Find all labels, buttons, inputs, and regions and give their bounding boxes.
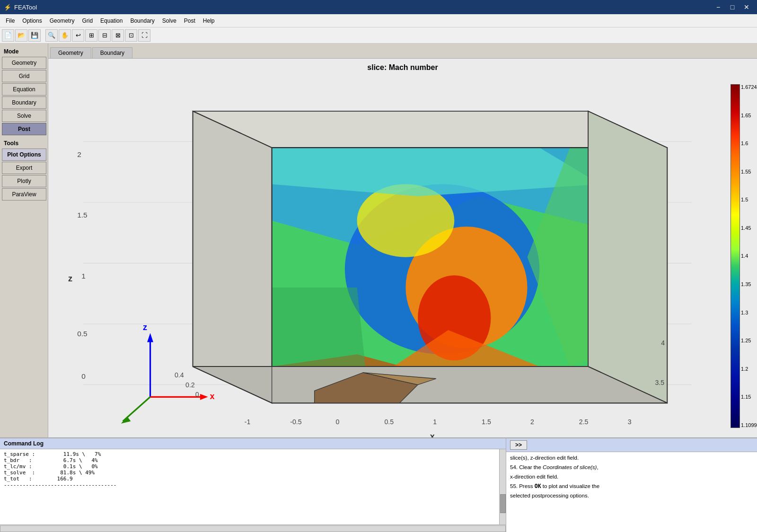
colorbar-val-8: 1.3 [741, 310, 757, 315]
right-line-4: x-direction edit field. [510, 473, 753, 480]
log-line-2: t_bdr : 6.7s \ 4% [4, 457, 502, 463]
svg-text:1.5: 1.5 [482, 418, 491, 426]
right-line-7: selected postprocessing options. [510, 492, 753, 499]
fullscreen-button[interactable]: ⛶ [138, 29, 150, 42]
log-scroll-thumb[interactable] [500, 494, 506, 513]
colorbar-max: 1.6724 [741, 84, 757, 90]
menu-item-solve[interactable]: Solve [158, 16, 180, 26]
svg-text:0: 0 [195, 391, 199, 398]
mode-tabs: Geometry Boundary [48, 44, 757, 59]
new-button[interactable]: 📄 [2, 29, 14, 42]
sidebar: Mode Geometry Grid Equation Boundary Sol… [0, 44, 48, 437]
sidebar-item-solve[interactable]: Solve [2, 110, 46, 122]
colorbar-val-3: 1.55 [741, 169, 757, 174]
plot-svg: z x 2 1.5 1 0.5 0 z [48, 75, 757, 437]
svg-text:1: 1 [433, 418, 437, 426]
svg-text:-1: -1 [245, 418, 251, 426]
colorbar-min: 1.1099 [741, 422, 757, 428]
menubar: FileOptionsGeometryGridEquationBoundaryS… [0, 14, 757, 27]
sidebar-item-equation[interactable]: Equation [2, 83, 46, 96]
colorbar-val-10: 1.2 [741, 366, 757, 372]
app-icon: ⚡ [4, 4, 11, 11]
svg-text:0.5: 0.5 [384, 418, 394, 426]
menu-item-file[interactable]: File [2, 16, 18, 26]
right-panel-header: >> [506, 438, 757, 452]
zoom-in-button[interactable]: ⊞ [85, 29, 97, 42]
sidebar-item-plot-options[interactable]: Plot Options [2, 148, 46, 161]
svg-text:4: 4 [661, 339, 665, 347]
menu-item-help[interactable]: Help [199, 16, 219, 26]
tab-geometry[interactable]: Geometry [50, 47, 91, 58]
svg-text:0: 0 [336, 418, 340, 426]
svg-text:2.5: 2.5 [579, 418, 589, 426]
colorbar-val-7: 1.35 [741, 281, 757, 287]
right-line-3: 54. Clear the Coordinates of slice(s), [510, 463, 753, 471]
svg-text:x: x [430, 432, 435, 437]
app-title: FEATool [14, 4, 37, 11]
colorbar-labels: 1.6724 1.65 1.6 1.55 1.5 1.45 1.4 1.35 1… [741, 84, 757, 428]
save-button[interactable]: 💾 [28, 29, 41, 42]
zoom-out-button[interactable]: ⊟ [98, 29, 111, 42]
svg-text:2: 2 [77, 150, 81, 158]
titlebar: ⚡ FEATool − □ ✕ [0, 0, 757, 14]
menu-item-geometry[interactable]: Geometry [46, 16, 79, 26]
menu-item-boundary[interactable]: Boundary [126, 16, 158, 26]
maximize-button[interactable]: □ [726, 2, 739, 12]
pan-button[interactable]: ✋ [59, 29, 71, 42]
menu-item-options[interactable]: Options [18, 16, 45, 26]
svg-text:1: 1 [81, 272, 86, 280]
log-line-3: t_lc/mv : 0.1s \ 0% [4, 463, 502, 470]
log-line-4: t_solve : 81.8s \ 49% [4, 470, 502, 476]
colorbar-val-6: 1.4 [741, 253, 757, 259]
svg-text:3: 3 [628, 418, 632, 426]
svg-text:1.5: 1.5 [77, 211, 87, 219]
menu-item-grid[interactable]: Grid [78, 16, 97, 26]
sidebar-item-post[interactable]: Post [2, 123, 46, 135]
svg-text:0.2: 0.2 [185, 381, 195, 389]
right-line-1: slice(s), z-direction edit field. [510, 454, 753, 462]
minimize-button[interactable]: − [712, 2, 725, 12]
zoom-button[interactable]: 🔍 [45, 29, 58, 42]
svg-text:0.5: 0.5 [77, 330, 87, 338]
log-line-1: t_sparse : 11.9s \ 7% [4, 451, 502, 457]
titlebar-left: ⚡ FEATool [4, 4, 37, 11]
svg-text:3.5: 3.5 [655, 379, 664, 386]
fit-button[interactable]: ⊠ [112, 29, 124, 42]
command-log-bottom [0, 524, 506, 532]
bottom-panel: Command Log t_sparse : 11.9s \ 7% t_bdr … [0, 437, 757, 532]
sidebar-item-paraview[interactable]: ParaView [2, 188, 46, 201]
menu-item-post[interactable]: Post [180, 16, 199, 26]
sidebar-item-geometry[interactable]: Geometry [2, 57, 46, 69]
svg-text:z: z [68, 274, 72, 283]
colorbar-val-2: 1.6 [741, 140, 757, 146]
right-line-6: 55. Press OK to plot and visualize the [510, 482, 753, 490]
visualization-area: Geometry Boundary slice: Mach number [48, 44, 757, 437]
titlebar-controls: − □ ✕ [712, 2, 753, 12]
svg-text:2: 2 [530, 418, 534, 426]
command-input-button[interactable]: >> [510, 440, 527, 450]
command-log-title: Command Log [4, 440, 44, 447]
svg-text:0: 0 [81, 372, 86, 380]
colorbar-val-1: 1.65 [741, 113, 757, 118]
right-panel: >> slice(s), z-direction edit field. 54.… [506, 438, 757, 532]
command-log-header: Command Log [0, 438, 506, 449]
log-scrollbar[interactable] [499, 449, 506, 524]
colorbar-val-11: 1.15 [741, 394, 757, 400]
sidebar-item-boundary[interactable]: Boundary [2, 96, 46, 109]
close-button[interactable]: ✕ [740, 2, 753, 12]
log-hscrollbar[interactable] [0, 525, 506, 532]
axis-button[interactable]: ⊡ [125, 29, 137, 42]
svg-marker-22 [193, 366, 668, 403]
open-button[interactable]: 📂 [15, 29, 27, 42]
toolbar: 📄 📂 💾 🔍 ✋ ↩ ⊞ ⊟ ⊠ ⊡ ⛶ [0, 27, 757, 44]
colorbar: 1.6724 1.65 1.6 1.55 1.5 1.45 1.4 1.35 1… [731, 84, 748, 428]
plot-container: z x 2 1.5 1 0.5 0 z [48, 75, 757, 437]
sidebar-item-export[interactable]: Export [2, 162, 46, 174]
svg-text:-0.5: -0.5 [290, 418, 301, 426]
rotate-button[interactable]: ↩ [72, 29, 84, 42]
sidebar-item-plotly[interactable]: Plotly [2, 175, 46, 187]
tab-boundary[interactable]: Boundary [92, 47, 132, 58]
svg-marker-21 [588, 111, 667, 403]
sidebar-item-grid[interactable]: Grid [2, 70, 46, 82]
menu-item-equation[interactable]: Equation [97, 16, 126, 26]
